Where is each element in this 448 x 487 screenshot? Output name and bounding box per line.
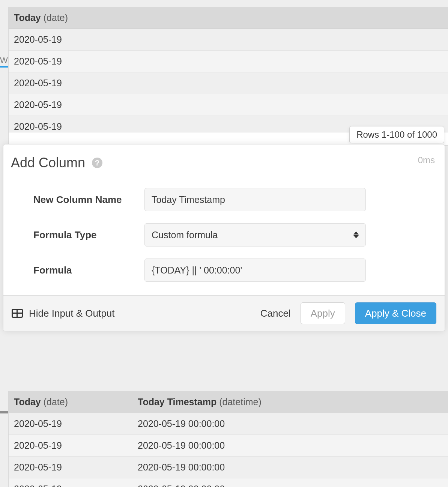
gutter-divider <box>0 411 8 413</box>
preview-table-bottom: Today (date) Today Timestamp (datetime) … <box>8 391 448 487</box>
hide-input-output-toggle[interactable]: Hide Input & Output <box>12 308 114 319</box>
column-type: (date) <box>44 12 68 23</box>
cell: 2020-05-19 <box>14 440 138 451</box>
row-count-badge: Rows 1-100 of 1000 <box>349 126 444 143</box>
help-icon[interactable]: ? <box>92 158 102 168</box>
cancel-button[interactable]: Cancel <box>260 308 291 319</box>
table-icon <box>12 309 23 318</box>
formula-label: Formula <box>13 265 144 276</box>
column-header[interactable]: Today (date) <box>14 397 138 407</box>
column-type: (date) <box>44 397 68 407</box>
cell: 2020-05-19 00:00:00 <box>138 418 443 429</box>
modal-title: Add Column <box>11 155 85 171</box>
column-name: Today <box>14 397 41 407</box>
table-row: 2020-05-19 2020-05-19 00:00:00 <box>9 413 448 435</box>
table-row: 2020-05-19 <box>9 72 448 94</box>
table-row: 2020-05-19 <box>9 51 448 72</box>
column-name: Today Timestamp <box>138 397 216 407</box>
formula-input[interactable] <box>144 259 366 282</box>
apply-close-button[interactable]: Apply & Close <box>355 302 436 324</box>
cell: 2020-05-19 <box>14 484 138 487</box>
column-name: Today <box>14 12 41 23</box>
new-column-name-input[interactable] <box>144 188 366 211</box>
cell: 2020-05-19 00:00:00 <box>138 484 443 487</box>
column-type: (datetime) <box>219 397 262 407</box>
cell: 2020-05-19 <box>14 462 138 473</box>
execution-timer: 0ms <box>418 155 435 165</box>
new-column-name-label: New Column Name <box>13 194 144 206</box>
preview-table-top: Today (date) 2020-05-19 2020-05-19 2020-… <box>8 7 448 146</box>
cell: 2020-05-19 00:00:00 <box>138 440 443 451</box>
table-row: 2020-05-19 2020-05-19 00:00:00 <box>9 478 448 487</box>
cell: 2020-05-19 00:00:00 <box>138 462 443 473</box>
gutter-accent-bar <box>0 66 8 68</box>
table-row: 2020-05-19 <box>9 94 448 116</box>
chevron-updown-icon <box>353 231 359 238</box>
cell: 2020-05-19 <box>14 418 138 429</box>
table-row: 2020-05-19 2020-05-19 00:00:00 <box>9 435 448 457</box>
formula-type-value: Custom formula <box>152 230 218 240</box>
formula-type-label: Formula Type <box>13 229 144 241</box>
table-row: 2020-05-19 2020-05-19 00:00:00 <box>9 457 448 478</box>
formula-type-select[interactable]: Custom formula <box>144 223 366 247</box>
column-header[interactable]: Today (date) <box>9 7 448 29</box>
add-column-modal: Add Column ? 0ms New Column Name Formula… <box>3 144 445 331</box>
column-header[interactable]: Today Timestamp (datetime) <box>138 397 443 407</box>
apply-button[interactable]: Apply <box>301 302 345 324</box>
table-row: 2020-05-19 <box>9 29 448 51</box>
hide-io-label: Hide Input & Output <box>29 308 114 319</box>
